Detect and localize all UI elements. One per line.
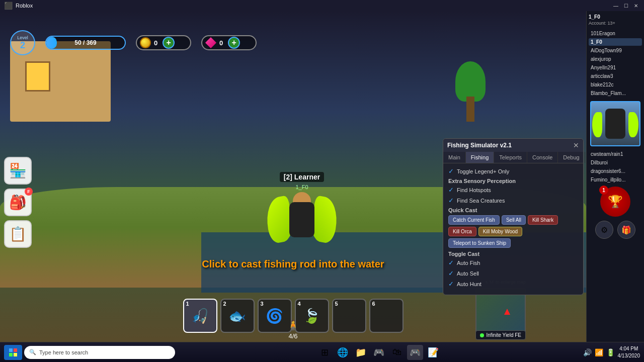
player-anyeiln291[interactable]: AnyeIln291 (589, 64, 642, 71)
svg-rect-2 (9, 353, 13, 356)
close-button[interactable]: ✕ (632, 2, 640, 10)
toggle-auto-fish-row: ✓ Auto Fish (448, 259, 578, 266)
backpack-button[interactable]: 🎒 F (4, 189, 32, 216)
titlebar: ⬛ Roblox — ☐ ✕ (0, 0, 644, 11)
player-1-f0[interactable]: 1_F0 (589, 38, 642, 46)
character-count-icon: 🧍 (287, 319, 299, 331)
notes-taskbar-button[interactable]: 📝 (425, 345, 441, 360)
toggle-hotspots-check: ✓ (448, 186, 454, 194)
toggle-auto-fish-label: Auto Fish (457, 260, 480, 266)
tab-debug[interactable]: Debug (558, 152, 585, 163)
tab-teleports[interactable]: Teleports (494, 152, 527, 163)
tab-fishing[interactable]: Fishing (466, 152, 494, 163)
tray-icon-1[interactable]: 🔊 (583, 348, 592, 356)
hotbar-slot-5[interactable]: 5 (332, 299, 366, 333)
toggle-auto-hunt-check: ✓ (448, 280, 454, 288)
teleport-sunken-ship-button[interactable]: Teleport to Sunken Ship (448, 238, 511, 248)
player-blake212c[interactable]: blake212c (589, 81, 642, 88)
hotbar-slot-6[interactable]: 6 (369, 299, 404, 333)
player-101eragon[interactable]: 101Eragon (589, 30, 642, 37)
toggle-hotspots-row: ✓ Find Hotspots (448, 186, 578, 194)
kill-shark-button[interactable]: Kill Shark (528, 215, 558, 225)
game-viewport[interactable]: Level 2 50 / 369 0 + 0 + [2] Learner 1_F… (0, 11, 586, 348)
shop-button[interactable]: 🏪 (4, 157, 32, 185)
level-number: 2 (20, 40, 25, 51)
level-label: Level (17, 35, 28, 40)
player-articclaw3[interactable]: articclaw3 (589, 72, 642, 80)
taskbar-apps: ⊞ 🌐 📁 🎮 🛍 🎮 📝 (177, 345, 581, 360)
iy-label: Infinite Yield FE (487, 332, 521, 338)
taskview-button[interactable]: ⊞ (316, 345, 333, 360)
cast-instruction: Click to cast fishing rod into the water (202, 258, 384, 270)
taskbar-clock[interactable]: 4:04 PM 4/13/2020 (618, 345, 640, 359)
slot-item-2: 🐟 (228, 308, 246, 324)
explorer-button[interactable]: 📁 (353, 345, 369, 360)
slot-num-2: 2 (223, 301, 226, 307)
tray-icon-3[interactable]: 🔋 (606, 348, 615, 356)
minimize-button[interactable]: — (612, 2, 620, 10)
search-placeholder: Type here to search (39, 349, 88, 355)
backpack-badge: F (25, 188, 33, 196)
tab-console[interactable]: Console (527, 152, 558, 163)
toggle-creatures-check: ✓ (448, 197, 454, 204)
notes-button[interactable]: 📋 (4, 220, 32, 248)
hotbar-slot-1[interactable]: 1 🎣 (183, 299, 217, 333)
kill-moby-wood-button[interactable]: Kill Moby Wood (478, 227, 522, 236)
gift-button[interactable]: 🎁 (617, 221, 635, 239)
toggle-auto-sell-row: ✓ Auto Sell (448, 269, 578, 277)
character-count: 4/6 (288, 332, 297, 340)
add-coins-button[interactable]: + (163, 37, 175, 49)
left-sidebar: 🏪 🎒 F 📋 (4, 157, 32, 248)
character-body (272, 192, 332, 252)
windows-logo-icon (9, 348, 18, 357)
tray-icon-2[interactable]: 📶 (595, 348, 603, 356)
toggle-auto-sell-label: Auto Sell (457, 270, 479, 277)
toggle-auto-fish-check: ✓ (448, 259, 454, 266)
roblox-taskbar-button[interactable]: 🎮 (371, 345, 387, 360)
player-cwsteam[interactable]: cwsteam/rain1 (589, 150, 642, 158)
taskbar-search[interactable]: 🔍 Type here to search (24, 346, 175, 359)
add-gems-button[interactable]: + (228, 37, 240, 49)
hotbar-slot-4[interactable]: 4 🍃 (295, 299, 329, 333)
taskbar-tray: 🔊 📶 🔋 4:04 PM 4/13/2020 (583, 345, 640, 359)
gem-count: 0 (219, 39, 223, 47)
player-alexjurop[interactable]: alexjurop (589, 55, 642, 63)
catch-current-fish-button[interactable]: Catch Current Fish (448, 215, 500, 225)
slot-num-5: 5 (335, 301, 338, 307)
section-quick-cast: Quick Cast (448, 207, 578, 213)
coin-count: 0 (154, 39, 157, 47)
toggle-legend-label: Toggle Legend+ Only (457, 168, 509, 174)
panel-close-button[interactable]: ✕ (573, 141, 579, 149)
player-dragonsister6[interactable]: dragonsister6... (589, 167, 642, 175)
titlebar-controls[interactable]: — ☐ ✕ (612, 2, 640, 10)
player-dilburoi[interactable]: Dilburoi (589, 159, 642, 166)
character-counter: 🧍 4/6 (287, 319, 299, 340)
restore-button[interactable]: ☐ (622, 2, 630, 10)
hud-top: Level 2 50 / 369 0 + 0 + (0, 26, 586, 59)
tab-main[interactable]: Main (443, 152, 466, 163)
store-button[interactable]: 🛍 (389, 345, 405, 360)
active-app-button[interactable]: 🎮 (407, 345, 423, 360)
sell-all-button[interactable]: Sell All (502, 215, 526, 225)
gems-bar: 0 + (201, 35, 257, 50)
panel-titlebar: Fishing Simulator v2.1 ✕ (443, 139, 583, 152)
kill-orca-button[interactable]: Kill Orca (448, 227, 476, 236)
trophy-badge: 🏆 1 (600, 187, 630, 217)
roblox-icon: ⬛ (4, 2, 13, 10)
player-blambo-flam[interactable]: Blambo_Flam... (589, 89, 642, 97)
slot-item-4: 🍃 (303, 308, 320, 324)
coins-bar: 0 + (136, 35, 191, 50)
player-aidogtown99[interactable]: AiDogTown99 (589, 47, 642, 54)
hotbar-slot-2[interactable]: 2 🐟 (220, 299, 255, 333)
notes-icon: 📋 (9, 226, 27, 242)
avatar-wing-left (592, 112, 602, 137)
settings-button[interactable]: ⚙ (595, 221, 613, 239)
start-button[interactable] (4, 345, 22, 360)
edge-button[interactable]: 🌐 (335, 345, 351, 360)
xp-bar: 50 / 369 (45, 36, 126, 50)
svg-rect-0 (9, 348, 13, 352)
player-fumino[interactable]: Fumino_illpilo... (589, 176, 642, 184)
svg-rect-1 (14, 348, 17, 352)
toggle-creatures-label: Find Sea Creatures (457, 198, 505, 204)
icon-row: ⚙ 🎁 (589, 221, 642, 239)
